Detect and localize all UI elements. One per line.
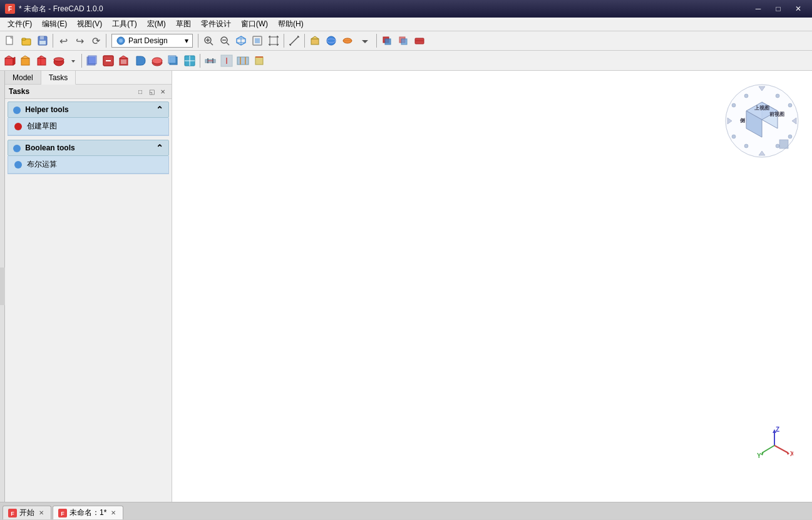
- view-front-button[interactable]: [250, 33, 265, 48]
- maximize-button[interactable]: □: [769, 3, 787, 15]
- helper-tools-header[interactable]: Helper tools ⌃: [8, 101, 169, 118]
- svg-point-93: [744, 94, 748, 98]
- bool-btn-1[interactable]: [379, 33, 394, 48]
- redo-button[interactable]: ↪: [72, 33, 87, 48]
- part-btn-2[interactable]: [19, 53, 34, 68]
- menu-edit[interactable]: 编辑(E): [37, 18, 72, 31]
- svg-rect-55: [38, 58, 46, 65]
- shape-btn-1[interactable]: [307, 33, 322, 48]
- workbench-dropdown[interactable]: Part Design ▾: [111, 34, 193, 48]
- toolbar-row-1: ↩ ↪ ⟳ Part Design ▾: [0, 31, 812, 50]
- tasks-content: Helper tools ⌃ 创建草图 Boolean tools: [5, 99, 172, 502]
- menu-help[interactable]: 帮助(H): [273, 18, 309, 31]
- meas-btn-4[interactable]: [252, 53, 267, 68]
- separator-3: [198, 34, 198, 48]
- helper-tools-items: 创建草图: [8, 118, 169, 136]
- boolean-tools-items: 布尔运算: [8, 156, 169, 174]
- tasks-close-btn[interactable]: ✕: [158, 86, 168, 96]
- open-button[interactable]: [19, 33, 34, 48]
- nav-cube[interactable]: 前视图 上视图 侧: [724, 83, 799, 162]
- toolbar-row-2: [0, 50, 812, 70]
- svg-marker-51: [5, 56, 13, 58]
- svg-line-105: [774, 445, 788, 453]
- meas-btn-1[interactable]: [203, 53, 218, 68]
- sketch-btn-5[interactable]: [150, 53, 165, 68]
- sketch-btn-6[interactable]: [166, 53, 181, 68]
- zoom-out-button[interactable]: [217, 33, 232, 48]
- bool-btn-3[interactable]: [412, 33, 427, 48]
- svg-rect-101: [779, 140, 788, 148]
- boolean-tools-icon: [13, 145, 21, 152]
- bottom-tabs: F 开始 ✕ F 未命名：1* ✕: [0, 502, 812, 519]
- sketch-btn-3[interactable]: [117, 53, 132, 68]
- shape-btn-3[interactable]: [340, 33, 355, 48]
- part-btn-4[interactable]: [51, 53, 66, 68]
- svg-marker-43: [362, 40, 368, 43]
- new-button[interactable]: [3, 33, 18, 48]
- shape-dropdown[interactable]: [356, 33, 374, 48]
- sketch-btn-1[interactable]: [85, 53, 100, 68]
- tasks-float-btn[interactable]: ◱: [146, 86, 157, 96]
- tab-tasks[interactable]: Tasks: [41, 71, 76, 85]
- menu-part-design[interactable]: 零件设计: [196, 18, 236, 31]
- svg-point-59: [54, 58, 64, 61]
- tasks-header: Tasks □ ◱ ✕: [5, 85, 172, 99]
- tab-start-close[interactable]: ✕: [37, 509, 46, 517]
- tab-model[interactable]: Model: [5, 71, 41, 84]
- save-button[interactable]: [35, 33, 50, 48]
- minimize-button[interactable]: ─: [749, 3, 767, 15]
- close-button[interactable]: ✕: [789, 3, 807, 15]
- svg-text:X: X: [790, 450, 793, 457]
- meas-btn-2[interactable]: [219, 53, 234, 68]
- undo-button[interactable]: ↩: [56, 33, 71, 48]
- measure-button[interactable]: [287, 33, 302, 48]
- svg-rect-3: [22, 38, 26, 40]
- svg-point-95: [788, 103, 792, 107]
- part-dropdown[interactable]: [68, 53, 79, 68]
- separator-8: [200, 54, 200, 68]
- svg-rect-21: [255, 38, 260, 43]
- svg-marker-52: [13, 57, 15, 65]
- menu-file[interactable]: 文件(F): [3, 18, 37, 31]
- tab-unnamed[interactable]: F 未命名：1* ✕: [53, 506, 123, 519]
- tasks-controls: □ ◱ ✕: [135, 86, 168, 96]
- sketch-btn-4[interactable]: [133, 53, 148, 68]
- create-sketch-icon: [14, 123, 22, 130]
- menu-view[interactable]: 视图(V): [72, 18, 107, 31]
- tab-start[interactable]: F 开始 ✕: [3, 506, 51, 519]
- svg-rect-67: [121, 60, 126, 64]
- part-btn-1[interactable]: [3, 53, 18, 68]
- svg-point-94: [776, 94, 779, 98]
- menu-sketch[interactable]: 草图: [171, 18, 196, 31]
- menu-macro[interactable]: 宏(M): [142, 18, 171, 31]
- svg-point-8: [119, 39, 123, 43]
- svg-rect-50: [5, 58, 13, 65]
- svg-line-31: [290, 36, 299, 45]
- svg-line-10: [210, 43, 213, 45]
- refresh-button[interactable]: ⟳: [88, 33, 103, 48]
- boolean-op-item[interactable]: 布尔运算: [8, 156, 168, 174]
- svg-rect-81: [237, 57, 249, 65]
- view-box-button[interactable]: [234, 33, 249, 48]
- zoom-fit-button[interactable]: [201, 33, 216, 48]
- tasks-minimize-btn[interactable]: □: [135, 86, 145, 96]
- fit-all-button[interactable]: [266, 33, 281, 48]
- boolean-tools-collapse[interactable]: ⌃: [156, 143, 163, 153]
- helper-tools-collapse[interactable]: ⌃: [156, 105, 163, 115]
- meas-btn-3[interactable]: [235, 53, 250, 68]
- sketch-btn-7[interactable]: [182, 53, 197, 68]
- separator-6: [376, 34, 377, 48]
- tab-unnamed-close[interactable]: ✕: [109, 509, 118, 517]
- sketch-btn-2[interactable]: [101, 53, 116, 68]
- menu-window[interactable]: 窗口(W): [236, 18, 273, 31]
- menu-tools[interactable]: 工具(T): [107, 18, 141, 31]
- shape-btn-2[interactable]: [324, 33, 339, 48]
- part-btn-3[interactable]: [35, 53, 50, 68]
- svg-marker-66: [120, 56, 128, 58]
- boolean-tools-section: Boolean tools ⌃ 布尔运算: [8, 140, 169, 174]
- bool-btn-2[interactable]: [396, 33, 411, 48]
- boolean-tools-header[interactable]: Boolean tools ⌃: [8, 140, 169, 156]
- svg-rect-62: [88, 56, 96, 64]
- create-sketch-item[interactable]: 创建草图: [8, 118, 168, 135]
- svg-rect-71: [168, 56, 176, 63]
